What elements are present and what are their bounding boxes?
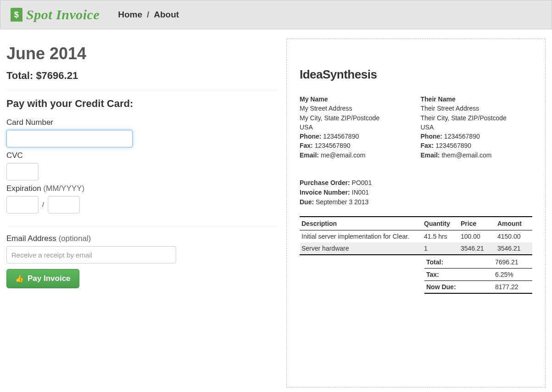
total-value: $7696.21 xyxy=(36,70,78,81)
summary-table: Total: 7696.21 Tax: 6.25% Now Due: 8177.… xyxy=(424,256,532,294)
card-number-input[interactable] xyxy=(6,130,133,147)
line-desc: Server hardware xyxy=(300,242,422,255)
primary-nav: Home / About xyxy=(118,10,179,20)
to-country: USA xyxy=(421,123,533,132)
from-name: My Name xyxy=(300,95,412,104)
table-row: Initial server implementation for Clear.… xyxy=(300,230,532,243)
to-address: Their Name Their Street Address Their Ci… xyxy=(421,95,533,160)
email-label-text: Email Address xyxy=(6,234,56,243)
from-email: me@email.com xyxy=(321,151,365,159)
invoice-period: June 2014 xyxy=(6,44,277,63)
invoice-preview: IdeaSynthesis My Name My Street Address … xyxy=(286,39,546,387)
pay-invoice-button[interactable]: 👍 Pay Invoice xyxy=(6,269,79,288)
line-qty: 1 xyxy=(422,242,459,255)
due-date-label: Due: xyxy=(300,198,314,206)
email-input[interactable] xyxy=(6,246,176,263)
from-country: USA xyxy=(300,123,412,132)
expiration-hint: (MM/YYYY) xyxy=(43,184,84,193)
summary-tax-value: 6.25% xyxy=(493,269,532,281)
brand-logo[interactable]: $ Spot Invoice xyxy=(11,7,100,22)
to-street: Their Street Address xyxy=(421,104,533,113)
company-name: IdeaSynthesis xyxy=(300,67,532,82)
due-date-value: September 3 2013 xyxy=(316,198,368,206)
to-city: Their City, State ZIP/Postcode xyxy=(421,113,533,123)
exp-year-input[interactable] xyxy=(48,196,80,213)
payment-heading: Pay with your Credit Card: xyxy=(6,98,277,110)
col-amount: Amount xyxy=(496,217,532,230)
email-label: Email Address (optional) xyxy=(6,234,277,243)
total-label: Total: xyxy=(6,70,33,81)
dollar-tag-icon: $ xyxy=(11,8,22,22)
summary-total-label: Total: xyxy=(424,256,493,269)
col-quantity: Quantity xyxy=(422,217,459,230)
from-phone-label: Phone: xyxy=(300,133,321,140)
summary-due-value: 8177.22 xyxy=(493,281,532,294)
from-fax-label: Fax: xyxy=(300,142,313,149)
invoice-total: Total: $7696.21 xyxy=(6,70,277,82)
summary-tax-label: Tax: xyxy=(424,269,493,281)
payment-panel: June 2014 Total: $7696.21 Pay with your … xyxy=(6,39,277,387)
po-value: PO001 xyxy=(352,179,372,186)
line-price: 3546.21 xyxy=(459,242,496,255)
line-desc: Initial server implementation for Clear. xyxy=(300,230,422,243)
thumbs-up-icon: 👍 xyxy=(15,274,24,283)
nav-separator: / xyxy=(147,10,149,20)
col-description: Description xyxy=(300,217,422,230)
brand-name: Spot Invoice xyxy=(26,7,100,22)
exp-separator: / xyxy=(42,201,44,208)
invoice-meta: Purchase Order: PO001 Invoice Number: IN… xyxy=(300,178,532,207)
col-price: Price xyxy=(459,217,496,230)
summary-due-label: Now Due: xyxy=(424,281,493,294)
card-number-label: Card Number xyxy=(6,118,277,127)
summary-total-value: 7696.21 xyxy=(493,256,532,269)
cvc-input[interactable] xyxy=(6,163,39,180)
to-name: Their Name xyxy=(421,95,533,104)
to-phone-label: Phone: xyxy=(421,133,442,140)
from-fax: 1234567890 xyxy=(315,142,351,149)
from-city: My City, State ZIP/Postcode xyxy=(300,113,412,123)
line-price: 100.00 xyxy=(459,230,496,243)
nav-about[interactable]: About xyxy=(154,10,179,20)
to-fax-label: Fax: xyxy=(421,142,434,149)
divider xyxy=(6,226,277,227)
exp-month-input[interactable] xyxy=(6,196,39,213)
top-bar: $ Spot Invoice Home / About xyxy=(0,0,552,29)
from-phone: 1234567890 xyxy=(323,133,359,140)
nav-home[interactable]: Home xyxy=(118,10,142,20)
invoice-number-label: Invoice Number: xyxy=(300,189,350,196)
line-qty: 41.5 hrs xyxy=(422,230,459,243)
to-email: them@email.com xyxy=(441,151,491,159)
email-hint: (optional) xyxy=(58,234,91,243)
expiration-label: Expiration (MM/YYYY) xyxy=(6,184,277,193)
table-row: Server hardware13546.213546.21 xyxy=(300,242,532,255)
po-label: Purchase Order: xyxy=(300,179,350,186)
to-fax: 1234567890 xyxy=(435,142,471,149)
line-amount: 3546.21 xyxy=(496,242,532,255)
invoice-number-value: IN001 xyxy=(352,189,369,196)
line-amount: 4150.00 xyxy=(496,230,532,243)
expiration-label-text: Expiration xyxy=(6,184,41,193)
cvc-label: CVC xyxy=(6,151,277,160)
line-items-table: Description Quantity Price Amount Initia… xyxy=(300,216,532,255)
to-phone: 1234567890 xyxy=(444,133,480,140)
from-address: My Name My Street Address My City, State… xyxy=(300,95,412,160)
divider xyxy=(6,90,277,90)
to-email-label: Email: xyxy=(421,151,440,159)
from-street: My Street Address xyxy=(300,104,412,113)
from-email-label: Email: xyxy=(300,151,319,159)
pay-button-label: Pay Invoice xyxy=(28,274,71,283)
